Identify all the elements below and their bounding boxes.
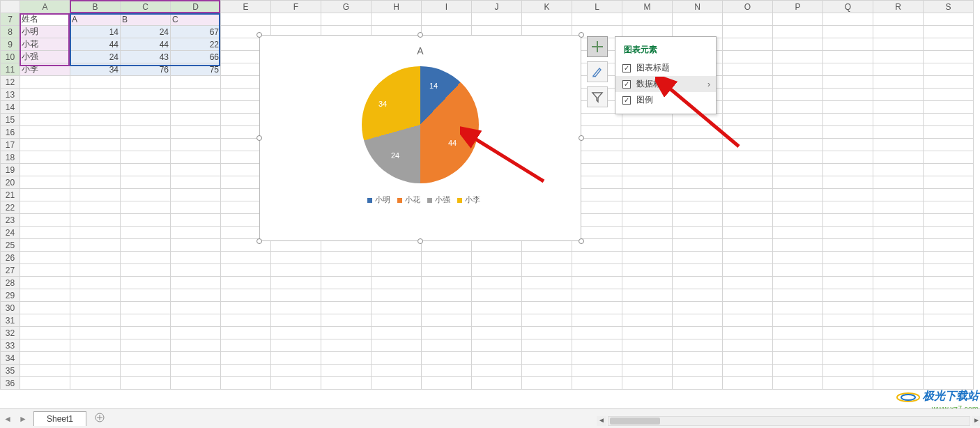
cell[interactable]	[924, 227, 974, 239]
cell[interactable]	[171, 352, 221, 365]
chart-styles-button[interactable]	[587, 61, 608, 82]
cell[interactable]	[572, 264, 622, 277]
cell[interactable]	[20, 164, 70, 176]
cell[interactable]	[70, 377, 121, 390]
column-header[interactable]: L	[572, 1, 622, 13]
sheet-tab[interactable]: Sheet1	[33, 411, 86, 426]
cell[interactable]: 66	[171, 51, 221, 63]
cell[interactable]	[823, 126, 873, 139]
cell[interactable]	[723, 139, 773, 151]
cell[interactable]	[823, 139, 873, 151]
cell[interactable]	[271, 302, 321, 314]
cell[interactable]	[422, 302, 472, 314]
resize-handle[interactable]	[418, 238, 423, 244]
cell[interactable]	[873, 89, 924, 101]
row-header[interactable]: 12	[1, 76, 20, 89]
cell[interactable]	[924, 139, 974, 151]
cell[interactable]	[221, 302, 271, 314]
cell[interactable]	[673, 176, 723, 189]
cell[interactable]	[171, 201, 221, 214]
cell[interactable]	[773, 327, 823, 339]
cell[interactable]	[472, 252, 522, 264]
cell[interactable]	[823, 176, 873, 189]
cell[interactable]	[70, 339, 121, 352]
cell[interactable]	[321, 365, 372, 377]
cell[interactable]	[20, 114, 70, 126]
tab-nav-next[interactable]: ►	[15, 414, 31, 424]
cell[interactable]	[472, 314, 522, 327]
column-header[interactable]: K	[522, 1, 572, 13]
cell[interactable]	[924, 377, 974, 390]
cell[interactable]	[773, 63, 823, 76]
cell[interactable]	[171, 114, 221, 126]
cell[interactable]	[673, 164, 723, 176]
cell[interactable]	[472, 277, 522, 289]
cell[interactable]	[472, 327, 522, 339]
row-header[interactable]: 21	[1, 189, 20, 201]
cell[interactable]	[70, 164, 121, 176]
cell[interactable]	[321, 252, 372, 264]
cell[interactable]	[472, 352, 522, 365]
cell[interactable]	[673, 139, 723, 151]
column-header[interactable]: O	[723, 1, 773, 13]
add-sheet-button[interactable]	[95, 413, 105, 425]
cell[interactable]	[673, 214, 723, 227]
cell[interactable]	[372, 365, 422, 377]
cell[interactable]	[70, 176, 121, 189]
cell[interactable]	[773, 151, 823, 164]
cell[interactable]	[873, 352, 924, 365]
cell[interactable]	[472, 13, 522, 26]
cell[interactable]	[121, 201, 171, 214]
cell[interactable]	[572, 252, 622, 264]
cell[interactable]	[924, 76, 974, 89]
cell[interactable]	[622, 176, 673, 189]
column-header[interactable]: H	[372, 1, 422, 13]
cell[interactable]	[873, 38, 924, 51]
resize-handle[interactable]	[257, 135, 262, 141]
cell[interactable]	[422, 327, 472, 339]
cell[interactable]	[622, 227, 673, 239]
cell[interactable]	[271, 327, 321, 339]
row-header[interactable]: 32	[1, 327, 20, 339]
row-header[interactable]: 28	[1, 277, 20, 289]
cell[interactable]	[20, 176, 70, 189]
cell[interactable]	[70, 365, 121, 377]
cell[interactable]	[673, 189, 723, 201]
cell[interactable]	[20, 302, 70, 314]
cell[interactable]	[873, 227, 924, 239]
cell[interactable]	[121, 302, 171, 314]
cell[interactable]: 43	[121, 51, 171, 63]
cell[interactable]	[321, 377, 372, 390]
column-header[interactable]: R	[873, 1, 924, 13]
cell[interactable]	[673, 264, 723, 277]
cell[interactable]	[924, 89, 974, 101]
cell[interactable]	[221, 365, 271, 377]
cell[interactable]	[723, 51, 773, 63]
cell[interactable]	[271, 252, 321, 264]
cell[interactable]	[321, 13, 372, 26]
cell[interactable]	[372, 327, 422, 339]
cell[interactable]	[873, 51, 924, 63]
row-header[interactable]: 16	[1, 126, 20, 139]
cell[interactable]	[171, 76, 221, 89]
cell[interactable]	[20, 352, 70, 365]
row-header[interactable]: 26	[1, 252, 20, 264]
cell[interactable]	[723, 101, 773, 114]
cell[interactable]	[673, 327, 723, 339]
cell[interactable]	[121, 252, 171, 264]
cell[interactable]: 76	[121, 63, 171, 76]
cell[interactable]	[121, 176, 171, 189]
cell[interactable]	[673, 252, 723, 264]
cell[interactable]	[121, 189, 171, 201]
cell[interactable]	[522, 264, 572, 277]
cell[interactable]	[622, 352, 673, 365]
cell[interactable]	[873, 289, 924, 302]
cell[interactable]	[121, 76, 171, 89]
cell[interactable]	[271, 277, 321, 289]
cell[interactable]	[773, 164, 823, 176]
cell[interactable]	[873, 339, 924, 352]
cell[interactable]	[873, 101, 924, 114]
cell[interactable]	[873, 252, 924, 264]
cell[interactable]	[171, 151, 221, 164]
cell[interactable]: C	[171, 13, 221, 26]
